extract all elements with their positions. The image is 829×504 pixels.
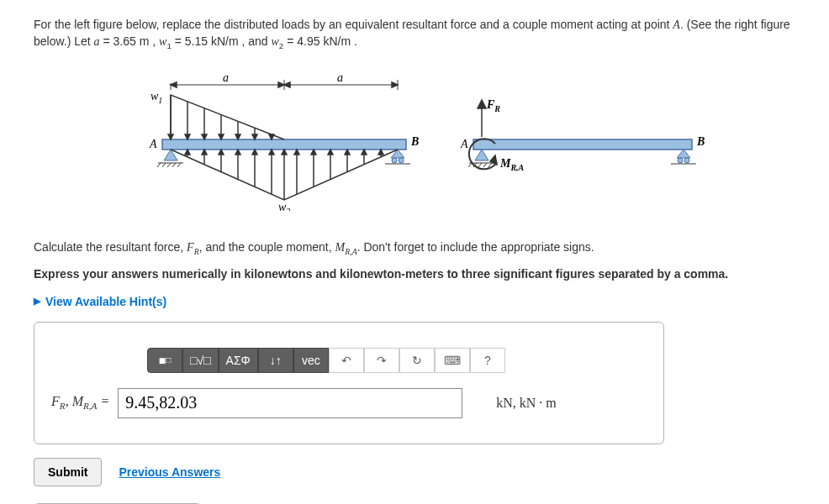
svg-point-77 [678, 158, 683, 163]
submit-button[interactable]: Submit [34, 458, 102, 486]
svg-line-6 [172, 163, 176, 167]
subscript-tool[interactable]: ↓↑ [258, 348, 293, 373]
svg-marker-15 [168, 134, 173, 139]
answer-units: kN, kN · m [496, 396, 557, 411]
svg-text:a: a [223, 71, 229, 84]
answer-variable-label: FR, MR,A = [51, 394, 109, 411]
svg-marker-17 [185, 134, 190, 139]
svg-marker-64 [392, 82, 398, 87]
svg-marker-19 [202, 134, 207, 139]
svg-line-4 [162, 163, 166, 167]
svg-text:w1: w1 [150, 90, 162, 105]
template-tool[interactable]: ■□ [147, 348, 182, 373]
svg-marker-32 [202, 150, 207, 155]
problem-figure: A B w1 w2 [34, 68, 795, 213]
help-tool[interactable]: ? [470, 348, 505, 373]
reset-tool[interactable]: ↻ [399, 348, 435, 373]
undo-tool[interactable]: ↶ [329, 348, 364, 373]
svg-rect-0 [162, 139, 406, 150]
svg-marker-60 [171, 82, 177, 87]
svg-marker-54 [378, 150, 383, 155]
svg-marker-63 [284, 82, 290, 87]
svg-marker-9 [391, 150, 404, 158]
svg-marker-23 [235, 134, 240, 139]
answer-input[interactable] [118, 388, 462, 418]
svg-marker-44 [294, 150, 299, 155]
svg-marker-76 [677, 150, 690, 158]
equation-toolbar: ■□ □√□ ΑΣΦ ↓↑ vec ↶ ↷ ↻ ⌨ ? [147, 348, 647, 373]
svg-marker-46 [311, 150, 316, 155]
svg-point-78 [684, 158, 689, 163]
svg-marker-68 [475, 150, 488, 160]
svg-marker-27 [269, 134, 274, 139]
svg-line-70 [468, 163, 472, 167]
keyboard-tool[interactable]: ⌨ [435, 348, 470, 373]
svg-point-11 [399, 158, 404, 163]
svg-line-7 [177, 163, 181, 167]
svg-line-72 [478, 163, 482, 167]
svg-marker-82 [478, 100, 486, 108]
svg-text:B: B [696, 135, 705, 148]
format-instruction: Express your answers numerically in kilo… [34, 265, 795, 283]
svg-text:FR: FR [486, 98, 500, 113]
svg-line-5 [167, 163, 171, 167]
svg-text:a: a [337, 71, 343, 84]
svg-line-73 [483, 163, 487, 167]
svg-text:A: A [460, 138, 468, 150]
svg-rect-67 [473, 139, 692, 150]
svg-marker-52 [362, 150, 367, 155]
svg-marker-38 [252, 150, 257, 155]
svg-marker-40 [269, 150, 274, 155]
svg-marker-50 [345, 150, 350, 155]
svg-marker-48 [328, 150, 333, 155]
greek-tool[interactable]: ΑΣΦ [219, 348, 258, 373]
calculation-instruction: Calculate the resultant force, FR, and t… [34, 239, 795, 258]
problem-statement: For the left figure below, replace the d… [34, 17, 795, 51]
svg-text:w2: w2 [278, 201, 290, 211]
svg-text:MR,A: MR,A [499, 157, 525, 172]
svg-marker-34 [219, 150, 224, 155]
redo-tool[interactable]: ↷ [364, 348, 399, 373]
svg-marker-36 [235, 150, 240, 155]
svg-text:A: A [149, 138, 157, 150]
answer-panel: ■□ □√□ ΑΣΦ ↓↑ vec ↶ ↷ ↻ ⌨ ? FR, MR,A = k… [34, 322, 664, 444]
svg-marker-30 [185, 150, 190, 155]
svg-marker-42 [282, 150, 287, 155]
view-hints-toggle[interactable]: View Available Hint(s) [34, 295, 795, 308]
sqrt-tool[interactable]: □√□ [182, 348, 219, 373]
svg-line-3 [157, 163, 161, 167]
svg-marker-21 [219, 134, 224, 139]
previous-answers-link[interactable]: Previous Answers [119, 465, 220, 479]
svg-text:B: B [410, 135, 419, 148]
svg-marker-25 [252, 134, 257, 139]
svg-point-10 [392, 158, 397, 163]
vec-tool[interactable]: vec [293, 348, 329, 373]
